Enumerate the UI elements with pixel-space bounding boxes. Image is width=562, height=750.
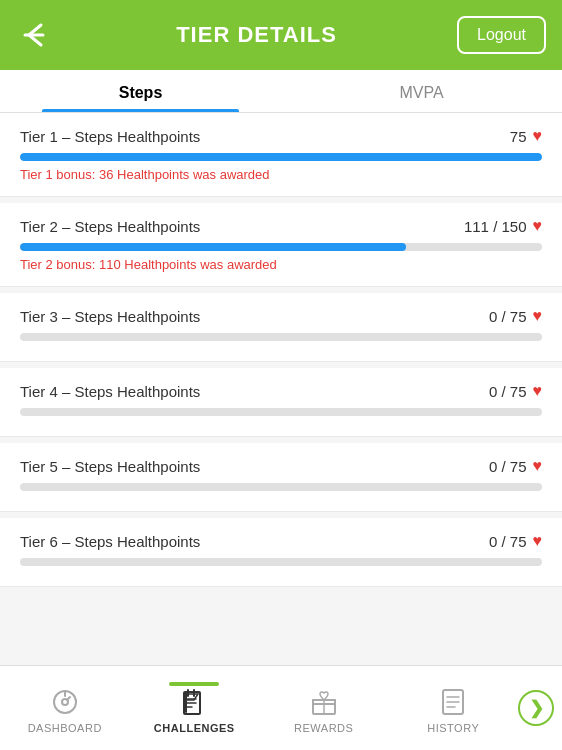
tier-header-4: Tier 4 – Steps Healthpoints 0 / 75 ♥ [20, 382, 542, 400]
header: TIER DETAILS Logout [0, 0, 562, 70]
tab-bar: Steps MVPA [0, 70, 562, 113]
tier-header-3: Tier 3 – Steps Healthpoints 0 / 75 ♥ [20, 307, 542, 325]
tier-label-1: Tier 1 – Steps Healthpoints [20, 128, 200, 145]
tier-header-5: Tier 5 – Steps Healthpoints 0 / 75 ♥ [20, 457, 542, 475]
tier-row-5: Tier 5 – Steps Healthpoints 0 / 75 ♥ [0, 443, 562, 512]
nav-active-indicator [169, 682, 219, 686]
tier-label-2: Tier 2 – Steps Healthpoints [20, 218, 200, 235]
tier-header-6: Tier 6 – Steps Healthpoints 0 / 75 ♥ [20, 532, 542, 550]
logout-button[interactable]: Logout [457, 16, 546, 54]
tier-score-3: 0 / 75 ♥ [489, 307, 542, 325]
progress-bar-fill-1 [20, 153, 542, 161]
nav-item-rewards[interactable]: REWARDS [259, 682, 389, 734]
tier-header-2: Tier 2 – Steps Healthpoints 111 / 150 ♥ [20, 217, 542, 235]
nav-label-history: HISTORY [427, 722, 479, 734]
tier-header-1: Tier 1 – Steps Healthpoints 75 ♥ [20, 127, 542, 145]
tier-label-5: Tier 5 – Steps Healthpoints [20, 458, 200, 475]
nav-arrow-button[interactable]: ❯ [518, 690, 554, 726]
tab-steps[interactable]: Steps [0, 70, 281, 112]
progress-bar-fill-2 [20, 243, 406, 251]
progress-bar-bg-5 [20, 483, 542, 491]
page-title: TIER DETAILS [176, 22, 337, 48]
tier-row-6: Tier 6 – Steps Healthpoints 0 / 75 ♥ [0, 518, 562, 587]
tier-score-5: 0 / 75 ♥ [489, 457, 542, 475]
progress-bar-bg-2 [20, 243, 542, 251]
heart-icon-6: ♥ [533, 532, 543, 550]
tier-label-3: Tier 3 – Steps Healthpoints [20, 308, 200, 325]
bottom-navigation: DASHBOARD CHALLENGES REWARDS [0, 665, 562, 750]
progress-bar-bg-1 [20, 153, 542, 161]
heart-icon-3: ♥ [533, 307, 543, 325]
heart-icon-1: ♥ [533, 127, 543, 145]
tier-score-2: 111 / 150 ♥ [464, 217, 542, 235]
nav-item-history[interactable]: HISTORY [389, 682, 519, 734]
tier-score-1: 75 ♥ [510, 127, 542, 145]
tier-label-6: Tier 6 – Steps Healthpoints [20, 533, 200, 550]
tier-label-4: Tier 4 – Steps Healthpoints [20, 383, 200, 400]
tier-row-2: Tier 2 – Steps Healthpoints 111 / 150 ♥ … [0, 203, 562, 287]
nav-label-rewards: REWARDS [294, 722, 353, 734]
nav-label-dashboard: DASHBOARD [28, 722, 102, 734]
progress-bar-bg-3 [20, 333, 542, 341]
heart-icon-5: ♥ [533, 457, 543, 475]
tier-bonus-2: Tier 2 bonus: 110 Healthpoints was award… [20, 257, 542, 272]
nav-item-dashboard[interactable]: DASHBOARD [0, 682, 130, 734]
tier-score-6: 0 / 75 ♥ [489, 532, 542, 550]
tier-row-1: Tier 1 – Steps Healthpoints 75 ♥ Tier 1 … [0, 113, 562, 197]
tab-mvpa[interactable]: MVPA [281, 70, 562, 112]
tier-bonus-1: Tier 1 bonus: 36 Healthpoints was awarde… [20, 167, 542, 182]
tier-row-4: Tier 4 – Steps Healthpoints 0 / 75 ♥ [0, 368, 562, 437]
nav-item-challenges[interactable]: CHALLENGES [130, 682, 260, 734]
progress-bar-bg-6 [20, 558, 542, 566]
heart-icon-4: ♥ [533, 382, 543, 400]
tier-score-4: 0 / 75 ♥ [489, 382, 542, 400]
progress-bar-bg-4 [20, 408, 542, 416]
svg-line-3 [67, 697, 70, 700]
heart-icon-2: ♥ [533, 217, 543, 235]
back-button[interactable] [16, 15, 56, 55]
nav-label-challenges: CHALLENGES [154, 722, 235, 734]
tier-row-3: Tier 3 – Steps Healthpoints 0 / 75 ♥ [0, 293, 562, 362]
tier-list: Tier 1 – Steps Healthpoints 75 ♥ Tier 1 … [0, 113, 562, 659]
